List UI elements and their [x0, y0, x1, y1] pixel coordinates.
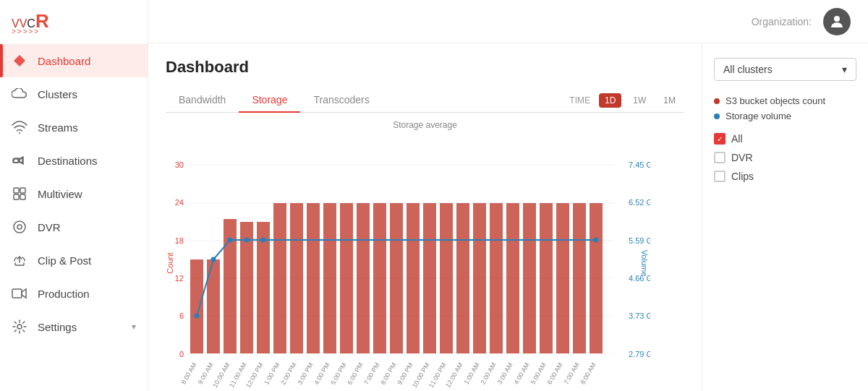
svg-text:7:00 AM: 7:00 AM [563, 361, 581, 386]
svg-text:Volume: Volume [640, 250, 649, 277]
cloud-icon [12, 86, 27, 102]
svg-text:30: 30 [175, 160, 184, 169]
svg-point-1 [19, 132, 20, 134]
svg-point-59 [211, 257, 216, 262]
sidebar-item-dashboard-label: Dashboard [38, 55, 90, 67]
filter-all[interactable]: All [714, 133, 856, 145]
topbar: Organization: [148, 0, 868, 43]
svg-marker-0 [14, 55, 25, 66]
svg-point-60 [228, 238, 233, 243]
sidebar-item-settings-label: Settings [38, 321, 77, 333]
svg-text:1:00 AM: 1:00 AM [463, 361, 481, 386]
grid-icon [12, 186, 27, 202]
sidebar-item-dashboard[interactable]: Dashboard [0, 44, 148, 77]
legend-dot-blue [714, 113, 720, 119]
avatar[interactable] [823, 8, 851, 35]
svg-text:12: 12 [175, 274, 184, 283]
tab-bandwidth[interactable]: Bandwidth [166, 88, 239, 113]
time-btn-1d[interactable]: 1D [599, 93, 621, 108]
filter-dvr[interactable]: DVR [714, 152, 856, 163]
svg-text:Count: Count [166, 252, 174, 273]
sidebar-item-settings[interactable]: Settings ▾ [0, 310, 148, 343]
time-controls: TIME 1D 1W 1M [569, 93, 684, 108]
svg-text:8:00 PM: 8:00 PM [379, 361, 397, 386]
gear-icon [12, 319, 27, 335]
sidebar-item-streams[interactable]: Streams [0, 111, 148, 144]
time-btn-1w[interactable]: 1W [627, 93, 652, 108]
checkbox-clips[interactable] [714, 171, 726, 182]
right-panel: All clusters ▾ S3 bucket objects count S… [702, 43, 868, 391]
svg-rect-38 [273, 203, 286, 353]
svg-text:4:00 AM: 4:00 AM [513, 361, 531, 386]
filter-clips[interactable]: Clips [714, 171, 856, 182]
org-label: Organization: [752, 16, 812, 27]
svg-text:8:00 AM: 8:00 AM [180, 361, 198, 386]
svg-rect-33 [190, 259, 203, 353]
chevron-down-icon: ▾ [132, 322, 136, 332]
svg-text:3:00 PM: 3:00 PM [296, 361, 314, 386]
target-icon [12, 219, 27, 235]
chart-title: Storage average [166, 120, 684, 130]
svg-rect-48 [440, 203, 453, 353]
svg-rect-47 [423, 203, 436, 353]
svg-text:5:00 PM: 5:00 PM [329, 361, 347, 386]
sidebar-item-clusters[interactable]: Clusters [0, 77, 148, 111]
diamond-icon [12, 53, 27, 69]
tab-transcoders[interactable]: Transcoders [300, 88, 382, 113]
svg-text:2:00 AM: 2:00 AM [480, 361, 498, 386]
legend-dot-red [714, 98, 720, 104]
svg-rect-45 [390, 203, 403, 353]
tabs-bar: Bandwidth Storage Transcoders TIME 1D 1W… [166, 88, 684, 113]
sidebar-item-dvr-label: DVR [38, 221, 61, 233]
cluster-select[interactable]: All clusters ▾ [714, 58, 856, 81]
upload-icon [12, 252, 27, 268]
checkbox-dvr[interactable] [714, 152, 726, 163]
content: Dashboard Bandwidth Storage Transcoders … [148, 43, 868, 391]
svg-point-8 [14, 221, 25, 233]
svg-text:2:00 PM: 2:00 PM [279, 361, 297, 386]
svg-rect-10 [12, 289, 22, 298]
chart-svg: 30 24 18 12 6 0 7.45 G [166, 133, 684, 391]
time-btn-1m[interactable]: 1M [658, 93, 681, 108]
svg-text:18: 18 [175, 236, 184, 245]
sidebar-item-multiview[interactable]: Multiview [0, 177, 148, 210]
svg-text:4:00 PM: 4:00 PM [312, 361, 331, 386]
svg-rect-57 [590, 203, 603, 353]
svg-rect-52 [506, 203, 519, 353]
checkbox-all[interactable] [714, 133, 726, 145]
sidebar-item-destinations[interactable]: Destinations [0, 144, 148, 177]
sidebar-item-clusters-label: Clusters [38, 88, 77, 100]
sidebar-item-clip-post-label: Clip & Post [38, 254, 91, 267]
cluster-select-chevron: ▾ [842, 64, 847, 75]
svg-text:1:00 PM: 1:00 PM [263, 361, 281, 386]
svg-point-12 [834, 16, 840, 22]
tab-storage[interactable]: Storage [239, 88, 300, 113]
svg-rect-6 [14, 194, 19, 199]
svg-rect-51 [490, 203, 503, 353]
svg-rect-54 [540, 203, 553, 353]
svg-text:7:00 PM: 7:00 PM [362, 361, 380, 386]
sidebar-item-streams-label: Streams [38, 121, 78, 134]
svg-text:9:00 AM: 9:00 AM [197, 361, 215, 386]
svg-rect-42 [340, 203, 353, 353]
legend-item-s3: S3 bucket objects count [714, 95, 856, 106]
svg-text:3.73 GB: 3.73 GB [629, 311, 650, 320]
cluster-select-label: All clusters [723, 64, 773, 75]
svg-text:24: 24 [175, 198, 184, 207]
chart-legend: S3 bucket objects count Storage volume [714, 95, 856, 121]
sidebar-item-production[interactable]: Production [0, 277, 148, 310]
svg-rect-55 [556, 203, 569, 353]
chart-wrapper: Storage average 30 24 18 12 6 0 [166, 120, 684, 391]
svg-rect-46 [407, 203, 420, 353]
sidebar-item-dvr[interactable]: DVR [0, 210, 148, 244]
svg-text:6.52 GB: 6.52 GB [629, 198, 650, 207]
svg-point-9 [17, 225, 22, 229]
legend-item-volume: Storage volume [714, 111, 856, 121]
svg-text:3:00 AM: 3:00 AM [496, 361, 514, 386]
wifi-icon [12, 119, 27, 135]
svg-text:6: 6 [179, 311, 184, 320]
svg-text:6:00 AM: 6:00 AM [546, 361, 564, 386]
svg-rect-43 [357, 203, 370, 353]
sidebar-item-production-label: Production [38, 288, 90, 300]
sidebar-item-clip-post[interactable]: Clip & Post [0, 244, 148, 277]
